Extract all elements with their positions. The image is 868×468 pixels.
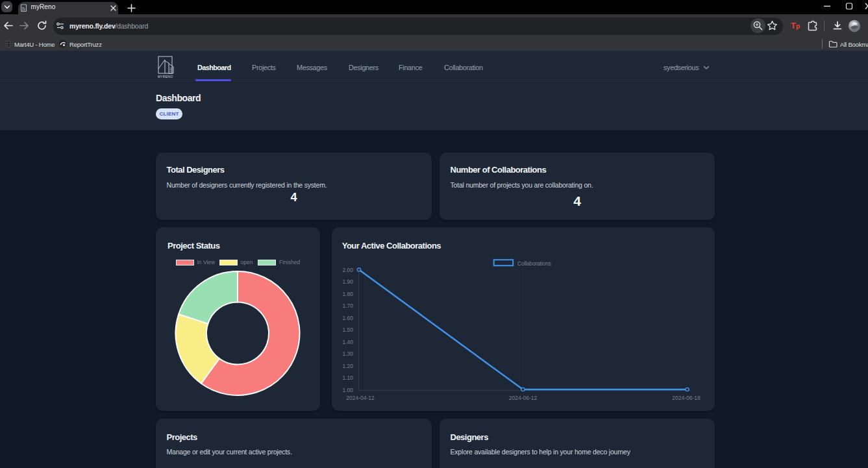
svg-text:Collaborations: Collaborations	[517, 260, 551, 267]
svg-text:1.70: 1.70	[342, 302, 353, 309]
svg-text:1.60: 1.60	[342, 315, 353, 321]
svg-text:1.20: 1.20	[342, 363, 353, 369]
svg-text:2.00: 2.00	[342, 267, 353, 273]
svg-text:1.40: 1.40	[342, 339, 353, 345]
svg-text:2024-06-12: 2024-06-12	[509, 395, 538, 401]
svg-text:MYRENO: MYRENO	[158, 75, 173, 79]
svg-text:1.30: 1.30	[342, 351, 353, 357]
svg-text:2024-04-12: 2024-04-12	[346, 395, 375, 401]
svg-text:1.10: 1.10	[342, 375, 353, 381]
svg-text:1.50: 1.50	[342, 326, 353, 333]
svg-text:2024-06-18: 2024-06-18	[672, 395, 701, 401]
svg-text:1.80: 1.80	[342, 291, 353, 297]
svg-text:1.90: 1.90	[342, 278, 353, 285]
svg-text:1.00: 1.00	[342, 387, 353, 393]
